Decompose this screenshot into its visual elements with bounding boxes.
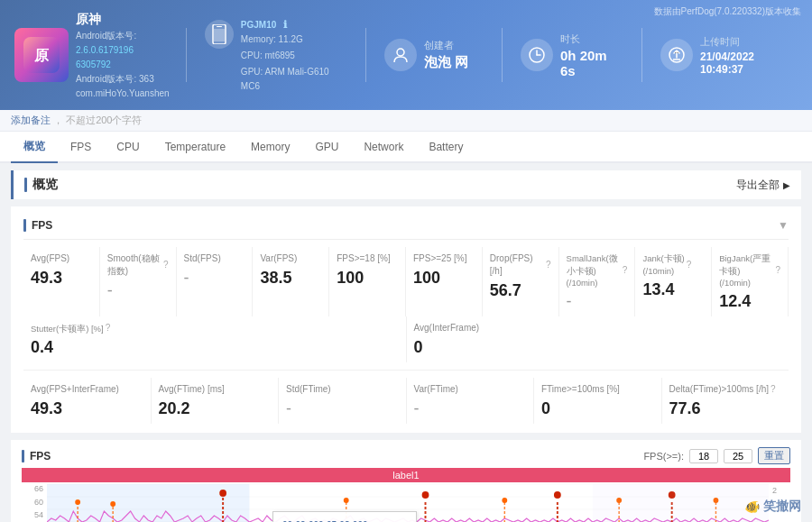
creator-details: 创建者 泡泡 网 [424, 39, 468, 71]
metric-avg-fps: Avg(FPS) 49.3 [23, 247, 100, 316]
tab-gpu[interactable]: GPU [302, 133, 351, 162]
tab-memory[interactable]: Memory [238, 133, 302, 162]
reset-button[interactable]: 重置 [758, 447, 790, 464]
device-cpu: CPU: mt6895 [241, 49, 347, 63]
game-android-version: Android版本号: [76, 29, 170, 43]
jank-dot-2 [110, 501, 115, 507]
expand-icon: ▶ [783, 180, 790, 190]
chart-body: 666054484236302418126 [22, 484, 790, 522]
fps-threshold-controls: FPS(>=): 重置 [643, 447, 790, 464]
device-verified-icon: ℹ [283, 19, 287, 30]
chart-title: FPS [30, 450, 51, 462]
overview-title: 概览 [32, 177, 58, 193]
divider-2 [365, 28, 366, 82]
metric-std-ftime: Std(FTime) - [279, 378, 407, 424]
section-indicator [24, 178, 27, 192]
metric-var-fps: Var(FPS) 38.5 [253, 247, 329, 316]
nav-tabs: 概览 FPS CPU Temperature Memory GPU Networ… [0, 132, 812, 163]
fps-drop-area [593, 484, 769, 522]
watermark-fish-icon: 🐠 [744, 499, 760, 514]
device-icon [205, 20, 234, 49]
tab-overview[interactable]: 概览 [11, 132, 58, 163]
svg-rect-4 [214, 29, 225, 41]
divider-4 [641, 28, 642, 82]
fps-threshold-2[interactable] [724, 449, 752, 463]
watermark-text: 笑撤网 [763, 499, 801, 515]
main-content: 概览 导出全部 ▶ FPS ▼ Avg(FPS) 49.3 Smooth(稳帧指… [0, 163, 812, 522]
device-name: PGJM10 ℹ [241, 16, 347, 31]
fps-collapse-icon[interactable]: ▼ [778, 219, 789, 232]
chart-svg-wrapper: 00:03:000-05:08:000 Avg(FPS): 57 Std(FPS… [47, 484, 769, 522]
tab-cpu[interactable]: CPU [104, 133, 152, 162]
tab-fps[interactable]: FPS [58, 133, 104, 162]
duration-value: 0h 20m 6s [560, 48, 623, 78]
upload-value: 21/04/2022 10:49:37 [700, 50, 798, 76]
metric-avg-ftime: Avg(FTime) [ms] 20.2 [152, 378, 280, 424]
game-package: com.miHoYo.Yuanshen [76, 87, 170, 101]
metric-avg-fps-inter: Avg(FPS+InterFrame) 49.3 [23, 378, 152, 424]
jank-help-icon[interactable]: ? [687, 259, 692, 271]
export-all-button[interactable]: 导出全部 ▶ [736, 178, 790, 193]
fps-metrics-row2: Avg(FPS+InterFrame) 49.3 Avg(FTime) [ms]… [23, 370, 789, 424]
tab-network[interactable]: Network [351, 133, 416, 162]
smooth-help-icon[interactable]: ? [163, 259, 169, 271]
tab-battery[interactable]: Battery [416, 133, 475, 162]
bigjank-help-icon[interactable]: ? [775, 264, 780, 277]
device-info: PGJM10 ℹ Memory: 11.2G CPU: mt6895 GPU: … [205, 16, 347, 94]
jank-dot-1 [75, 499, 80, 505]
note-placeholder: 不超过200个字符 [66, 114, 142, 125]
device-gpu: GPU: ARM Mali-G610 MC6 [241, 65, 347, 94]
fps-threshold-1[interactable] [689, 449, 718, 463]
stutter-help-icon[interactable]: ? [106, 322, 111, 334]
watermark: 🐠 笑撤网 [744, 499, 801, 515]
chart-label-bar: label1 [22, 468, 790, 482]
fps-metrics-row1: Avg(FPS) 49.3 Smooth(稳帧指数)? - Std(FPS) -… [23, 247, 789, 362]
metric-smooth: Smooth(稳帧指数)? - [100, 247, 177, 316]
chart-header: FPS FPS(>=): 重置 [22, 447, 790, 464]
metric-smalljank: SmallJank(微小卡顿)(/10min)? - [559, 247, 636, 316]
fps-title: FPS [32, 219, 52, 232]
game-details: 原神 Android版本号: 2.6.0.6179196 6305792 And… [76, 9, 170, 101]
creator-stat: 创建者 泡泡 网 [384, 39, 484, 71]
metric-fps18: FPS>=18 [%] 100 [329, 247, 406, 316]
tooltip-time: 00:03:000-05:08:000 [282, 517, 407, 522]
metric-interframe: Avg(InterFrame) 0 [407, 316, 789, 362]
bigjank-dot-1 [219, 490, 226, 497]
upload-icon [660, 39, 693, 71]
device-details: PGJM10 ℹ Memory: 11.2G CPU: mt6895 GPU: … [241, 16, 347, 94]
creator-label: 创建者 [424, 39, 468, 52]
note-bar: 添加备注 ， 不超过200个字符 [0, 110, 812, 132]
jank-dot-4 [502, 498, 507, 503]
chart-indicator [22, 450, 24, 462]
duration-details: 时长 0h 20m 6s [560, 32, 623, 78]
metric-delta-ftime: Delta(FTime)>100ms [/h]? 77.6 [662, 378, 789, 424]
upload-details: 上传时间 21/04/2022 10:49:37 [700, 35, 798, 76]
chart-tooltip: 00:03:000-05:08:000 Avg(FPS): 57 Std(FPS… [272, 511, 417, 522]
add-note-button[interactable]: 添加备注 [11, 114, 51, 125]
note-separator: ， [53, 114, 63, 125]
svg-text:原: 原 [33, 48, 50, 63]
bigjank-dot-2 [422, 491, 429, 499]
metric-fps25: FPS>=25 [%] 100 [406, 247, 483, 316]
smalljank-help-icon[interactable]: ? [623, 264, 628, 277]
app-header: 数据由PerfDog(7.0.220332)版本收集 原 [0, 0, 812, 110]
game-avatar: 原 [14, 28, 69, 82]
y-axis-left: 666054484236302418126 [22, 484, 47, 522]
fps-indicator [23, 219, 26, 232]
duration-icon [521, 39, 553, 71]
fps-chart-area[interactable]: label1 666054484236302418126 [22, 468, 790, 522]
tab-temperature[interactable]: Temperature [152, 133, 238, 162]
svg-rect-3 [217, 26, 222, 27]
overview-header: 概览 导出全部 ▶ [11, 170, 801, 199]
drop-help-icon[interactable]: ? [546, 259, 551, 271]
jank-dot-3 [344, 498, 349, 503]
game-info: 原 原神 Android版本号: 2.6.0.6179196 6305792 A… [14, 9, 168, 101]
fps-gte-label: FPS(>=): [643, 451, 684, 462]
device-memory: Memory: 11.2G [241, 32, 347, 47]
creator-icon [384, 39, 417, 71]
delta-help-icon[interactable]: ? [770, 383, 776, 396]
metric-std-fps: Std(FPS) - [177, 247, 254, 316]
metric-bigjank: BigJank(严重卡顿)(/10min)? 12.4 [712, 247, 789, 316]
fps-chart-container: FPS FPS(>=): 重置 label1 66605448423630241… [11, 440, 801, 522]
metric-drop: Drop(FPS) [/h]? 56.7 [483, 247, 559, 316]
